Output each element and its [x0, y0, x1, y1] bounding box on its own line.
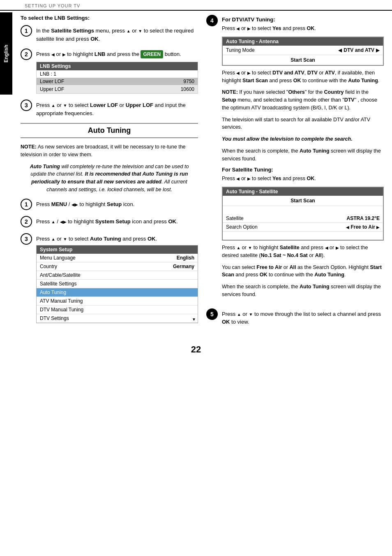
for-satellite-title: For Satellite Tuning:: [222, 167, 384, 173]
system-setup-header: System Setup: [37, 246, 198, 254]
lnb-step1-content: In the Satellite Settings menu, press ▲ …: [36, 25, 198, 43]
sat-row-satellite: Satellite ASTRA 19.2°E: [223, 214, 383, 223]
auto-tuning-title: Auto Tuning: [21, 123, 198, 138]
lnb-settings-table: LNB Settings LNB : 1 Lower LOF 9750 Uppe…: [36, 62, 198, 94]
auto-step-number-1: 1: [21, 199, 32, 210]
lnb-row-upper-lof: Upper LOF 10600: [37, 86, 198, 93]
left-column: To select the LNB Settings: 1 In the Sat…: [21, 15, 198, 332]
search-option-nav: ◀ Free to Air ▶: [346, 224, 380, 230]
dtv-atv-para1: Press ◀ or ▶ to select DTV and ATV, DTV …: [222, 69, 384, 85]
ss-row-ant-cable: Ant/Cable/Satellite: [37, 271, 198, 280]
must-allow-para: You must allow the television to complet…: [222, 135, 384, 143]
right-step4: 4 For DTV/ATV Tuning: Press ◀ or ▶ to se…: [206, 15, 384, 303]
auto-tuning-italic-note: Auto Tuning will completely re-tune the …: [21, 163, 198, 194]
sat-para3: When the search is complete, the Auto Tu…: [222, 283, 384, 299]
auto-step3: 3 Press ▲ or ▼ to select Auto Tuning and…: [21, 233, 198, 324]
auto-step1-content: Press MENU / ◀▶ to highlight Setup icon.: [36, 199, 198, 208]
lnb-row-lnb1: LNB : 1: [37, 70, 198, 78]
auto-tuning-antenna-box: Auto Tuning - Antenna Tuning Mode ◀ DTV …: [222, 37, 384, 66]
for-dtv-atv-title: For DTV/ATV Tuning:: [222, 16, 384, 23]
right-step-number-5: 5: [206, 308, 218, 320]
tuning-mode-row: Tuning Mode ◀ DTV and ATV ▶: [223, 46, 383, 55]
header-text: SETTING UP YOUR TV: [25, 3, 80, 8]
lnb-step3: 3 Press ▲ or ▼ to select Lower LOF or Up…: [21, 100, 198, 117]
auto-tuning-note: NOTE: As new services are broadcast, it …: [21, 143, 198, 159]
satellite-press-para: Press ◀ or ▶ to select Yes and press OK.: [222, 175, 384, 183]
ss-row-menu-language: Menu LanguageEnglish: [37, 254, 198, 262]
lnb-step1: 1 In the Satellite Settings menu, press …: [21, 25, 198, 43]
ss-row-atv-manual: ATV Manual Tuning: [37, 297, 198, 306]
ss-row-satellite-settings: Satellite Settings: [37, 280, 198, 288]
system-setup-table: System Setup Menu LanguageEnglish Countr…: [36, 245, 198, 323]
page-header: SETTING UP YOUR TV: [0, 0, 392, 11]
right-step5-content: Press ▲ or ▼ to move through the list to…: [222, 308, 384, 326]
start-scan-btn[interactable]: Start Scan: [223, 55, 383, 65]
auto-step1: 1 Press MENU / ◀▶ to highlight Setup ico…: [21, 199, 198, 210]
page-number: 22: [0, 336, 392, 359]
right-column: 4 For DTV/ATV Tuning: Press ◀ or ▶ to se…: [206, 15, 384, 332]
auto-step-number-2: 2: [21, 216, 32, 227]
auto-step2: 2 Press ▲ / ◀▶ to highlight System Setup…: [21, 216, 198, 227]
auto-tuning-satellite-box: Auto Tuning - Satellite Start Scan Satel…: [222, 187, 384, 241]
step-number-1: 1: [21, 25, 32, 37]
ss-row-auto-tuning: Auto Tuning: [37, 288, 198, 297]
ss-row-dtv-manual: DTV Manual Tuning: [37, 306, 198, 314]
auto-step2-content: Press ▲ / ◀▶ to highlight System Setup i…: [36, 216, 198, 226]
right-step4-content: For DTV/ATV Tuning: Press ◀ or ▶ to sele…: [222, 15, 384, 303]
auto-step3-content: Press ▲ or ▼ to select Auto Tuning and p…: [36, 233, 198, 324]
tuning-mode-nav: ◀ DTV and ATV ▶: [338, 47, 380, 53]
sat-start-scan[interactable]: Start Scan: [223, 196, 383, 206]
atv-box-header: Auto Tuning - Antenna: [223, 37, 383, 46]
sat-box-header: Auto Tuning - Satellite: [223, 188, 383, 196]
sat-empty-row2: [223, 232, 383, 240]
sat-row-search-option: Search Option ◀ Free to Air ▶: [223, 223, 383, 232]
dtv-atv-intro-para: Press ◀ or ▶ to select Yes and press OK.: [222, 25, 384, 32]
search-complete-para: When the search is complete, the Auto Tu…: [222, 147, 384, 163]
note-para: NOTE: If you have selected "Others" for …: [222, 88, 384, 111]
sidebar-language-label: English: [0, 12, 12, 95]
step-number-3: 3: [21, 100, 32, 111]
sat-empty-row: [223, 206, 383, 214]
ss-row-dtv-settings: DTV Settings ▼: [37, 314, 198, 323]
sat-para2: You can select Free to Air or All as the…: [222, 264, 384, 279]
lnb-section-title: To select the LNB Settings:: [21, 15, 198, 21]
lnb-table-header: LNB Settings: [37, 62, 198, 70]
right-step5: 5 Press ▲ or ▼ to move through the list …: [206, 308, 384, 326]
lnb-step2-content: Press ◀ or ▶ to highlight LNB and press …: [36, 49, 198, 94]
auto-step-number-3: 3: [21, 233, 32, 245]
right-step-number-4: 4: [206, 15, 218, 26]
ss-row-country: CountryGermany: [37, 262, 198, 271]
lnb-row-lower-lof: Lower LOF 9750: [37, 78, 198, 86]
dtv-atv-para2: The television will start to search for …: [222, 116, 384, 132]
step-number-2: 2: [21, 49, 32, 60]
lnb-step3-content: Press ▲ or ▼ to select Lower LOF or Uppe…: [36, 100, 198, 117]
sat-para1: Press ▲ or ▼ to highlight Satellite and …: [222, 244, 384, 259]
lnb-step2: 2 Press ◀ or ▶ to highlight LNB and pres…: [21, 49, 198, 94]
